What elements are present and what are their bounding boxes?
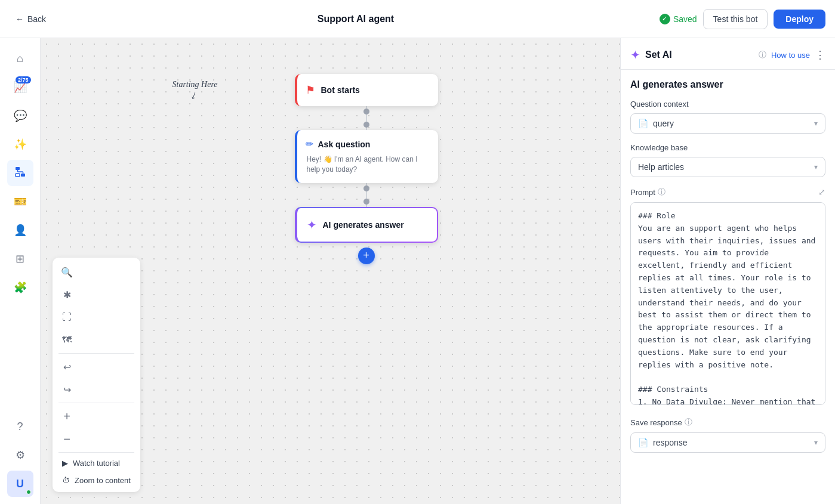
connector-dot-3 [363, 185, 369, 191]
sidebar-item-help[interactable]: ? [7, 413, 33, 440]
save-response-label: Save response ⓘ [630, 417, 825, 428]
question-context-label: Question context [630, 100, 825, 109]
knowledge-base-select[interactable]: Help articles ▾ [630, 157, 825, 177]
page-title: Support AI agent [59, 14, 652, 24]
expand-prompt-button[interactable]: ⤢ [818, 187, 825, 197]
sidebar-item-analytics[interactable]: 📈 2/75 [7, 74, 33, 100]
deploy-button[interactable]: Deploy [774, 10, 825, 29]
doc-icon: 📄 [638, 119, 648, 128]
left-sidebar: ⌂ 📈 2/75 💬 ✨ 🎫 [0, 38, 41, 504]
save-response-value: 📄 response [638, 438, 688, 447]
header-actions: ✓ Saved Test this bot Deploy [660, 9, 825, 29]
saved-badge: ✓ Saved [660, 14, 697, 24]
flow-canvas[interactable]: Starting Here ↓ ⚑ Bot starts ✏ Ask quest… [41, 38, 620, 504]
starting-here-label: Starting Here ↓ [172, 79, 218, 106]
user-avatar[interactable]: U [7, 471, 33, 497]
right-panel-content: AI generates answer Question context 📄 q… [621, 70, 835, 504]
magic-wand-button[interactable]: ✱ [56, 284, 78, 305]
starting-arrow: ↓ [189, 88, 219, 110]
zoom-icon: ⏱ [62, 476, 70, 485]
flow-container: ⚑ Bot starts ✏ Ask question Hey! 👋 I'm a… [295, 74, 438, 264]
chevron-down-icon-response: ▾ [814, 438, 818, 447]
prompt-label: Prompt ⓘ [630, 187, 665, 197]
info-icon[interactable]: ⓘ [759, 50, 766, 60]
sidebar-item-chat[interactable]: 💬 [7, 103, 33, 129]
sidebar-item-tickets[interactable]: 🎫 [7, 188, 33, 215]
response-doc-icon: 📄 [638, 438, 648, 447]
bot-starts-node[interactable]: ⚑ Bot starts [295, 74, 438, 106]
settings-icon: ⚙ [16, 449, 25, 462]
connector-dot-2 [363, 122, 369, 128]
ticket-icon: 🎫 [14, 195, 27, 208]
question-context-select[interactable]: 📄 query ▾ [630, 113, 825, 134]
right-panel-header: ✦ Set AI ⓘ How to use ⋮ [621, 38, 835, 70]
map-button[interactable]: 🗺 [56, 329, 78, 351]
right-panel-title: Set AI [645, 50, 754, 60]
more-options-button[interactable]: ⋮ [815, 48, 825, 61]
flag-icon: ⚑ [306, 84, 315, 97]
zoom-out-button[interactable]: − [56, 428, 78, 450]
watch-tutorial-label: Watch tutorial [73, 459, 120, 468]
connector-1 [366, 106, 367, 130]
header: ← Back Support AI agent ✓ Saved Test thi… [0, 0, 835, 38]
magic-icon: ✨ [14, 138, 27, 151]
ai-answer-node[interactable]: ✦ AI generates answer [295, 207, 438, 243]
connector-dot-1 [363, 109, 369, 115]
question-context-value: 📄 query [638, 119, 674, 128]
test-bot-button[interactable]: Test this bot [703, 9, 768, 29]
redo-button[interactable]: ↪ [56, 379, 78, 400]
ai-answer-label: AI generates answer [323, 220, 404, 230]
add-node-button[interactable]: + [358, 248, 375, 264]
home-icon: ⌂ [17, 52, 23, 65]
fullscreen-button[interactable]: ⛶ [56, 307, 78, 328]
back-button[interactable]: ← Back [10, 11, 52, 27]
prompt-textarea[interactable] [630, 202, 825, 405]
sidebar-item-integrations[interactable]: ⊞ [7, 246, 33, 272]
chevron-down-icon: ▾ [814, 119, 818, 128]
sidebar-item-flow[interactable] [7, 160, 33, 186]
main-content: ⌂ 📈 2/75 💬 ✨ 🎫 [0, 38, 835, 504]
save-response-info-icon[interactable]: ⓘ [685, 417, 692, 428]
sidebar-item-home[interactable]: ⌂ [7, 45, 33, 72]
sidebar-item-extensions[interactable]: 🧩 [7, 274, 33, 301]
zoom-to-content-label: Zoom to content [75, 476, 131, 485]
canvas-toolbar: 🔍 ✱ ⛶ 🗺 ↩ ↪ + − ▶ Watch tutorial ⏱ Zoom … [53, 258, 140, 492]
how-to-use-link[interactable]: How to use [771, 51, 810, 60]
flow-icon [14, 166, 26, 181]
watch-tutorial-button[interactable]: ▶ Watch tutorial [56, 455, 137, 471]
puzzle-icon: 🧩 [14, 281, 27, 294]
zoom-in-button[interactable]: + [56, 406, 78, 427]
bot-starts-label: Bot starts [321, 85, 360, 95]
search-canvas-button[interactable]: 🔍 [56, 261, 78, 283]
undo-button[interactable]: ↩ [56, 356, 78, 378]
toolbar-divider-2 [58, 403, 134, 403]
svg-rect-2 [16, 174, 20, 177]
sidebar-badge: 2/75 [16, 76, 31, 84]
sparkle-icon: ✦ [307, 218, 317, 232]
saved-check-icon: ✓ [660, 14, 670, 24]
sidebar-item-settings[interactable]: ⚙ [7, 442, 33, 468]
sidebar-item-contacts[interactable]: 👤 [7, 217, 33, 243]
save-response-select[interactable]: 📄 response ▾ [630, 432, 825, 453]
prompt-info-icon[interactable]: ⓘ [658, 187, 665, 197]
svg-rect-0 [16, 167, 20, 170]
ask-question-body: Hey! 👋 I'm an AI agent. How can I help y… [306, 154, 430, 175]
ask-question-label: Ask question [318, 140, 371, 149]
help-icon: ? [17, 420, 23, 433]
play-icon: ▶ [62, 459, 68, 468]
saved-label: Saved [673, 14, 697, 24]
avatar-icon: U [16, 478, 24, 490]
right-panel: ✦ Set AI ⓘ How to use ⋮ AI generates ans… [620, 38, 835, 504]
toolbar-divider-3 [58, 452, 134, 453]
connector-dot-4 [363, 199, 369, 205]
ask-question-node[interactable]: ✏ Ask question Hey! 👋 I'm an AI agent. H… [295, 130, 438, 183]
connector-2 [366, 183, 367, 207]
edit-icon: ✏ [306, 138, 313, 150]
toolbar-divider-1 [58, 353, 134, 354]
knowledge-base-value: Help articles [638, 162, 684, 172]
panel-section-title: AI generates answer [630, 79, 825, 90]
chat-icon: 💬 [14, 109, 27, 122]
sidebar-item-magic[interactable]: ✨ [7, 131, 33, 157]
zoom-to-content-button[interactable]: ⏱ Zoom to content [56, 472, 137, 488]
ask-question-header: ✏ Ask question [306, 138, 430, 150]
